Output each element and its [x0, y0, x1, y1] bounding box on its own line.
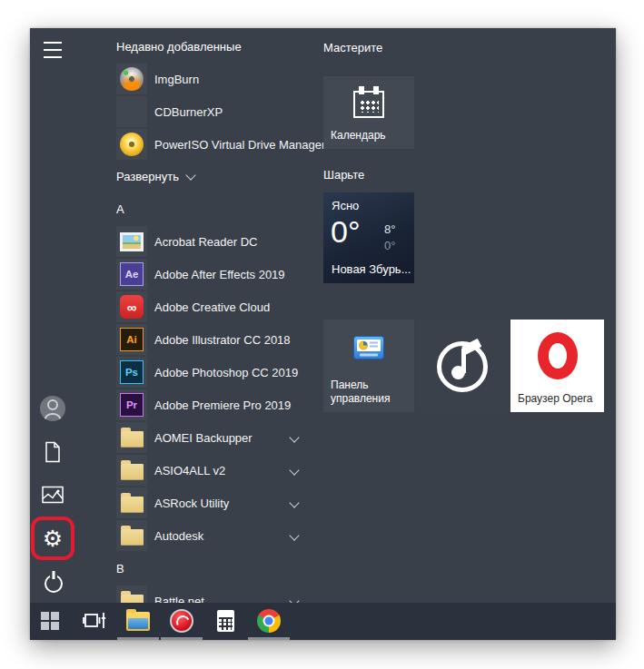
app-item-cdburnerxp[interactable]: CDBurnerXP — [86, 95, 319, 128]
app-item-after-effects[interactable]: Ae Adobe After Effects 2019 — [86, 258, 319, 290]
app-list: Недавно добавленные ImgBurn CDBurnerXP P… — [86, 28, 319, 603]
app-item-photoshop[interactable]: Ps Adobe Photoshop CC 2019 — [86, 356, 319, 389]
tile-music[interactable] — [417, 320, 508, 412]
weather-low: 0° — [384, 239, 395, 252]
folder-icon — [121, 497, 144, 513]
tile-label: Панель управления — [331, 379, 407, 407]
app-item-imgburn[interactable]: ImgBurn — [86, 63, 319, 95]
chevron-down-icon — [185, 170, 195, 180]
file-explorer-icon[interactable] — [125, 608, 151, 634]
settings-gear-icon[interactable]: ⚙ — [40, 526, 65, 551]
chevron-down-icon — [289, 465, 299, 475]
photoshop-icon: Ps — [120, 360, 144, 384]
app-label: AOMEI Backupper — [154, 431, 253, 445]
running-indicator — [117, 637, 159, 640]
app-item-poweriso[interactable]: PowerISO Virtual Drive Manager — [86, 128, 319, 161]
chevron-down-icon — [289, 595, 299, 603]
running-indicator — [248, 637, 290, 640]
folder-icon — [121, 431, 144, 448]
folder-item-asrock[interactable]: ASRock Utility — [86, 487, 319, 519]
chrome-icon[interactable] — [256, 608, 282, 634]
tile-opera[interactable]: Браузер Opera — [510, 320, 604, 412]
app-label: Adobe Photoshop CC 2019 — [154, 366, 298, 379]
section-letter-a[interactable]: A — [116, 202, 124, 216]
running-indicator — [161, 637, 203, 640]
hamburger-menu-icon[interactable] — [41, 41, 64, 59]
after-effects-icon: Ae — [120, 262, 144, 286]
app-item-premiere[interactable]: Pr Adobe Premiere Pro 2019 — [86, 389, 319, 421]
app-item-creative-cloud[interactable]: ∞ Adobe Creative Cloud — [86, 290, 319, 323]
start-menu-rail: ⚙ — [30, 28, 86, 603]
taskbar — [30, 603, 616, 640]
start-menu: ⚙ Недавно добавленные ImgBurn CDBurnerXP… — [30, 28, 616, 603]
windows-start-icon[interactable] — [37, 608, 63, 634]
chevron-down-icon — [289, 530, 299, 540]
tile-area: Мастерите Календарь Шарьте Ясно 0° 8° 0°… — [323, 28, 616, 603]
opera-o-icon — [538, 332, 578, 379]
pictures-icon[interactable] — [41, 485, 64, 505]
user-avatar-icon[interactable] — [40, 396, 65, 421]
app-label: Autodesk — [154, 529, 203, 543]
app-label: ASRock Utility — [154, 497, 229, 510]
imgburn-disc-icon — [120, 67, 144, 91]
photo-thumbnail-icon — [120, 232, 144, 251]
chevron-down-icon — [289, 497, 299, 507]
app-item-acrobat-reader[interactable]: Acrobat Reader DC — [86, 225, 319, 258]
app-label: PowerISO Virtual Drive Manager — [154, 138, 325, 152]
tile-calendar[interactable]: Календарь — [323, 76, 414, 149]
red-app-icon[interactable] — [169, 608, 194, 634]
folder-item-asio4all[interactable]: ASIO4ALL v2 — [86, 454, 319, 487]
app-label: Adobe After Effects 2019 — [154, 268, 285, 281]
control-panel-icon — [353, 336, 384, 359]
cdburnerxp-disc-icon — [120, 100, 144, 123]
folder-item-autodesk[interactable]: Autodesk — [86, 519, 319, 552]
app-label: ImgBurn — [154, 73, 199, 86]
illustrator-icon: Ai — [120, 328, 144, 351]
app-label: Acrobat Reader DC — [154, 235, 257, 249]
task-view-icon[interactable] — [82, 608, 107, 634]
tile-group-header: Шарьте — [323, 168, 364, 182]
app-label: CDBurnerXP — [154, 105, 223, 119]
weather-temp: 0° — [331, 214, 361, 250]
calendar-icon — [353, 91, 384, 118]
chevron-down-icon — [289, 432, 299, 442]
premiere-icon: Pr — [120, 393, 144, 417]
weather-location: Новая Збурь... — [332, 262, 411, 276]
calculator-icon[interactable] — [213, 608, 238, 634]
tile-control-panel[interactable]: Панель управления — [323, 320, 414, 412]
app-label: Adobe Illustrator CC 2018 — [154, 333, 291, 347]
tile-label: Браузер Opera — [518, 392, 593, 407]
tile-weather[interactable]: Ясно 0° 8° 0° Новая Збурь... — [323, 192, 414, 283]
app-label: Battle.net — [154, 595, 204, 604]
app-label: Adobe Premiere Pro 2019 — [154, 398, 291, 412]
folder-item-aomei[interactable]: AOMEI Backupper — [86, 421, 319, 454]
app-label: Adobe Creative Cloud — [154, 300, 270, 314]
documents-icon[interactable] — [42, 440, 64, 464]
weather-high: 8° — [384, 222, 395, 236]
folder-icon — [121, 595, 144, 603]
weather-condition: Ясно — [332, 199, 359, 212]
folder-icon — [121, 464, 144, 480]
music-note-icon — [437, 341, 488, 392]
app-item-illustrator[interactable]: Ai Adobe Illustrator CC 2018 — [86, 323, 319, 356]
tile-group-header: Мастерите — [323, 41, 382, 54]
recent-header: Недавно добавленные — [116, 40, 242, 54]
poweriso-disc-icon — [120, 133, 144, 156]
folder-item-battlenet[interactable]: Battle.net — [86, 585, 319, 603]
creative-cloud-icon: ∞ — [120, 295, 144, 319]
app-label: ASIO4ALL v2 — [154, 464, 225, 477]
power-icon[interactable] — [43, 571, 64, 593]
start-menu-panel: ⚙ Недавно добавленные ImgBurn CDBurnerXP… — [30, 28, 616, 640]
expand-button[interactable]: Развернуть — [116, 170, 194, 183]
folder-icon — [121, 529, 144, 546]
section-letter-b[interactable]: B — [116, 562, 124, 576]
tile-label: Календарь — [331, 129, 386, 143]
